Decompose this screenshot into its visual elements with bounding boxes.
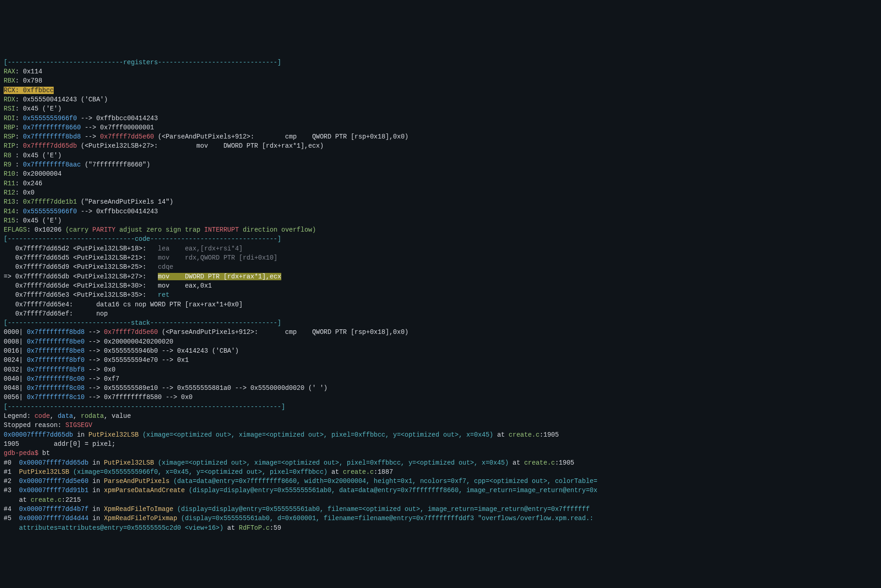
fault-file: create.c [509, 431, 540, 438]
current-instruction: mov [158, 273, 169, 280]
code-addr: 0x7ffff7dd65e3 [15, 291, 69, 299]
code-addr: 0x7ffff7dd65d9 [15, 263, 69, 271]
reg-note: ('E') [42, 152, 61, 159]
reg-note: ('E') [42, 105, 61, 112]
bt-frame-num: #0 [4, 459, 19, 466]
fault-fn: PutPixel32LSB [89, 431, 143, 438]
reg-label: R10 [4, 170, 15, 178]
reg-detail: (<ParseAndPutPixels+912>: cmp QWORD PTR … [158, 133, 408, 140]
stack-offset: 0040| [4, 375, 23, 383]
reg-value: 0x555500414243 [23, 96, 77, 103]
reg-value-highlight: 0xffbbcc [23, 87, 54, 94]
reg-value: 0x5555555966f0 [23, 115, 77, 122]
section-rule: [--------------------------------- [4, 235, 135, 243]
stopped-label: Stopped reason: [4, 422, 65, 429]
reg-detail: ("7ffffffff8660") [84, 161, 150, 168]
reg-label: RAX [4, 68, 15, 75]
reg-detail: (<PutPixel32LSB+27>: mov DWORD PTR [rdx+… [81, 142, 323, 150]
section-rule: -------------------------------] [158, 59, 281, 66]
stopped-reason: SIGSEGV [65, 422, 92, 429]
reg-value: 0x45 [23, 105, 39, 112]
reg-value: 0x7ffff7dde1b1 [23, 198, 77, 205]
reg-label: RBP [4, 124, 15, 131]
code-addr: 0x7ffff7dd65db [15, 273, 69, 280]
reg-label-highlight: RCX: [4, 87, 23, 94]
reg-label: R12 [4, 189, 15, 196]
reg-value: 0x7ffffffff8bd8 [23, 133, 81, 140]
reg-target: 0x7ffff7dd5e60 [100, 133, 154, 140]
reg-arrow: --> 0xffbbcc00414243 [81, 115, 158, 122]
current-code-marker: => [4, 273, 15, 280]
reg-label: RSI [4, 105, 15, 112]
reg-detail: ("ParseAndPutPixels 14") [81, 198, 173, 205]
src-line-num: 1905 [4, 440, 19, 448]
reg-arrow: --> [84, 133, 100, 140]
stack-addr: 0x7ffffffff8c08 [27, 384, 84, 392]
reg-label: R15 [4, 217, 15, 224]
terminal-output: [------------------------------registers… [0, 46, 881, 534]
fault-addr: 0x00007ffff7dd65db [4, 431, 73, 438]
code-addr: 0x7ffff7dd65ef: [15, 310, 73, 317]
gdb-command[interactable]: bt [42, 449, 50, 457]
stack-addr: 0x7ffffffff8bf8 [27, 366, 84, 373]
reg-value: 0x798 [23, 77, 42, 84]
reg-note: ('CBA') [81, 96, 108, 103]
reg-label: R8 [4, 152, 15, 159]
stack-addr: 0x7ffffffff8be8 [27, 347, 84, 355]
stack-offset: 0048| [4, 384, 23, 392]
reg-label: RIP [4, 142, 15, 150]
stack-offset: 0056| [4, 394, 23, 401]
reg-value: 0x7ffffffff8660 [23, 124, 81, 131]
gdb-prompt: gdb-peda$ [4, 449, 42, 457]
reg-value: 0x114 [23, 68, 42, 75]
section-title-stack: stack [131, 319, 150, 327]
reg-label: RDI [4, 115, 15, 122]
stack-addr: 0x7ffffffff8bf0 [27, 356, 84, 364]
section-rule: [---------------------------------------… [4, 403, 285, 410]
reg-arrow: --> 0x7fff00000001 [84, 124, 154, 131]
reg-note: ('E') [42, 217, 61, 224]
bt-frame-num: #2 [4, 477, 19, 485]
code-addr: 0x7ffff7dd65d2 [15, 245, 69, 252]
section-title-registers: registers [123, 59, 158, 66]
reg-arrow: --> 0xffbbcc00414243 [81, 208, 158, 215]
code-addr: 0x7ffff7dd65d5 [15, 254, 69, 261]
reg-label: RBX [4, 77, 15, 84]
reg-value: 0x20000004 [23, 170, 61, 178]
code-addr: 0x7ffff7dd65e4: [15, 301, 73, 308]
section-title-code: code [135, 235, 151, 243]
stack-offset: 0000| [4, 328, 23, 336]
reg-value: 0x7ffffffff8aac [23, 161, 81, 168]
reg-value: 0x45 [23, 152, 39, 159]
section-rule: ---------------------------------] [150, 319, 281, 327]
reg-label: R11 [4, 180, 15, 187]
legend-prefix: Legend: [4, 412, 34, 420]
stack-offset: 0032| [4, 366, 23, 373]
eflags-value: 0x10206 [34, 226, 61, 233]
reg-value: 0x246 [23, 180, 42, 187]
reg-label: RDX [4, 96, 15, 103]
eflags-label: EFLAGS [4, 226, 27, 233]
stack-offset: 0024| [4, 356, 23, 364]
bt-frame-num: #4 [4, 505, 19, 513]
reg-label: R9 [4, 161, 15, 168]
reg-label: R14 [4, 208, 15, 215]
bt-frame-num: #1 [4, 468, 19, 476]
stack-addr: 0x7ffffffff8c10 [27, 394, 84, 401]
reg-label: R13 [4, 198, 15, 205]
reg-value: 0x5555555966f0 [23, 208, 77, 215]
section-rule: [------------------------------ [4, 59, 123, 66]
code-addr: 0x7ffff7dd65de [15, 282, 69, 289]
stack-offset: 0008| [4, 338, 23, 345]
bt-frame-num: #3 [4, 487, 19, 494]
stack-addr: 0x7ffffffff8bd8 [27, 328, 84, 336]
section-rule: ---------------------------------] [150, 235, 281, 243]
reg-label: RSP [4, 133, 15, 140]
stack-addr: 0x7ffffffff8be0 [27, 338, 84, 345]
stack-offset: 0016| [4, 347, 23, 355]
reg-value: 0x45 [23, 217, 39, 224]
reg-value: 0x7ffff7dd65db [23, 142, 77, 150]
stack-addr: 0x7ffffffff8c00 [27, 375, 84, 383]
reg-value: 0x0 [23, 189, 34, 196]
bt-frame-num: #5 [4, 515, 19, 522]
